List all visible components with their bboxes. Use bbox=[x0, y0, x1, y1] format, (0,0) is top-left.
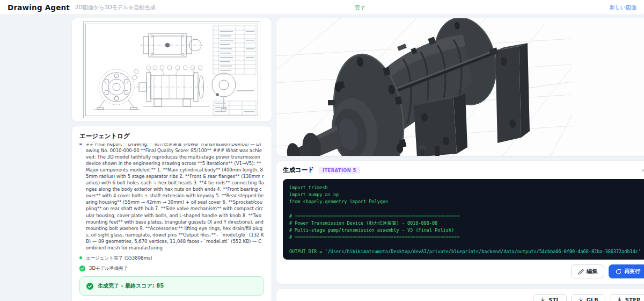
log-entry-text: 3Dモデル準備完了 bbox=[89, 265, 128, 271]
status-badge: 完了 bbox=[355, 4, 365, 12]
code-line bbox=[289, 255, 641, 260]
top-bar: Drawing Agent 2D図面から3Dモデルを自動生成 完了 新しい図面 bbox=[0, 0, 644, 15]
rerun-button-label: 再実行 bbox=[624, 268, 640, 275]
download-icon bbox=[617, 297, 623, 301]
agent-log-title: エージェントログ bbox=[79, 132, 264, 140]
code-line: # ======================================… bbox=[289, 213, 641, 220]
agent-log-panel: エージェントログ 実行中: ls -la /Users/hibikimatsum… bbox=[71, 126, 272, 301]
log-entry: エージェント完了 (553898ms) bbox=[79, 255, 264, 261]
blueprint-drawing-image bbox=[83, 22, 260, 118]
download-icon bbox=[578, 297, 584, 301]
log-entry-text: ## Final Report **Drawing:** 動力伝達装置 (Pow… bbox=[86, 144, 264, 251]
export-panel: STLGLBSTEP bbox=[276, 288, 644, 301]
code-line: import numpy as np bbox=[289, 191, 641, 198]
right-column: 生成コード ITERATION 5 import trimeshimport n… bbox=[276, 18, 644, 301]
download-icon bbox=[540, 297, 546, 301]
app-subtitle: 2D図面から3Dモデルを自動生成 bbox=[75, 4, 156, 11]
main-content: エージェントログ 実行中: ls -la /Users/hibikimatsum… bbox=[71, 18, 573, 301]
download-button-label: GLB bbox=[587, 297, 598, 301]
edit-code-button[interactable]: 編集 bbox=[571, 264, 604, 278]
model-3d-viewport[interactable] bbox=[276, 18, 644, 156]
code-line: OUTPUT_DIR = '/Users/hibikimatsumoto/Des… bbox=[289, 248, 641, 255]
collapse-panel-button[interactable] bbox=[642, 168, 644, 172]
code-line: # Multi-stage pump/transmission assembly… bbox=[289, 227, 641, 234]
download-button-label: STEP bbox=[625, 297, 640, 301]
edit-button-label: 編集 bbox=[587, 268, 597, 275]
code-line: # ======================================… bbox=[289, 234, 641, 241]
check-circle-icon bbox=[79, 266, 85, 271]
log-entry: 3Dモデル準備完了 bbox=[79, 265, 264, 271]
chevron-up-icon bbox=[642, 168, 644, 172]
download-stl-button[interactable]: STL bbox=[533, 294, 566, 301]
iteration-badge: ITERATION 5 bbox=[319, 167, 360, 174]
new-drawing-link[interactable]: 新しい図面 bbox=[610, 4, 636, 11]
generation-success-banner: 生成完了 - 最終スコア: 85 bbox=[79, 276, 264, 296]
pencil-icon bbox=[578, 269, 584, 275]
agent-log-entries: /Users/hibikimatsumoto/Desktop/devAI/pri… bbox=[79, 144, 264, 271]
log-info-bullet bbox=[79, 144, 82, 145]
code-line bbox=[289, 206, 641, 213]
agent-log-scroll-area[interactable]: 実行中: ls -la /Users/hibikimatsumoto/Deskt… bbox=[79, 144, 264, 271]
model-3d-render bbox=[276, 18, 572, 156]
code-editor[interactable]: import trimeshimport numpy as npfrom sha… bbox=[283, 179, 644, 260]
download-step-button[interactable]: STEP bbox=[610, 294, 644, 301]
success-banner-text: 生成完了 - 最終スコア: 85 bbox=[98, 282, 164, 290]
download-button-label: STL bbox=[548, 297, 559, 301]
log-entry-text: エージェント完了 (553898ms) bbox=[86, 255, 152, 261]
refresh-icon bbox=[616, 269, 621, 275]
code-line: # Power Transmission Device (動力伝達装置) - 0… bbox=[289, 220, 641, 227]
blueprint-preview[interactable] bbox=[71, 18, 272, 122]
code-line: from shapely.geometry import Polygon bbox=[289, 198, 641, 205]
app-title: Drawing Agent bbox=[8, 3, 70, 12]
check-circle-icon bbox=[86, 283, 93, 290]
code-panel-title: 生成コード bbox=[283, 166, 314, 174]
log-done-bullet bbox=[79, 256, 82, 259]
left-column: エージェントログ 実行中: ls -la /Users/hibikimatsum… bbox=[71, 18, 272, 301]
download-glb-button[interactable]: GLB bbox=[571, 294, 605, 301]
code-line: import trimesh bbox=[289, 184, 641, 191]
generated-code-panel: 生成コード ITERATION 5 import trimeshimport n… bbox=[276, 160, 644, 284]
code-line bbox=[289, 241, 641, 248]
log-entry: ## Final Report **Drawing:** 動力伝達装置 (Pow… bbox=[79, 144, 264, 251]
rerun-button[interactable]: 再実行 bbox=[609, 264, 644, 278]
